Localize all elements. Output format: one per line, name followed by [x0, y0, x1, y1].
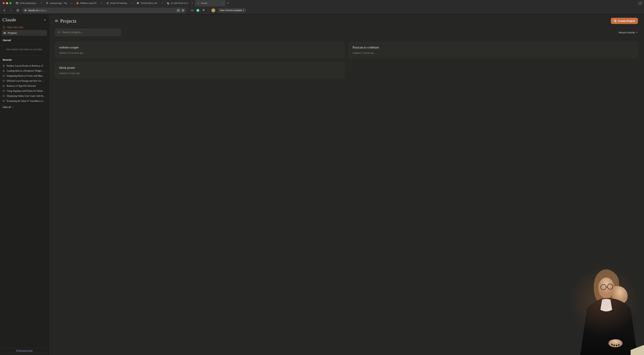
claude-icon	[76, 2, 79, 4]
create-button-label: Create Project	[618, 19, 635, 22]
chat-icon	[3, 75, 5, 77]
tab-figma[interactable]: paracast-app – Fig ×	[44, 0, 74, 6]
remix-icon: R	[136, 2, 139, 4]
close-icon[interactable]: ×	[161, 2, 163, 4]
extensions-menu-icon[interactable]	[202, 9, 205, 12]
tab-github[interactable]: remix-practical-gu ×	[14, 0, 44, 6]
svg-point-4	[46, 3, 47, 4]
starred-empty-text: Star projects and chats you use often	[6, 48, 42, 51]
svg-point-10	[26, 10, 26, 10]
project-card[interactable]: website scraper Updated 19 seconds ago	[55, 42, 344, 58]
create-project-button[interactable]: Create Project	[611, 18, 638, 24]
chat-icon	[3, 95, 5, 97]
site-settings-icon[interactable]	[24, 9, 27, 12]
plus-circle-icon	[614, 19, 616, 22]
svg-point-11	[25, 10, 25, 11]
svg-point-17	[5, 32, 6, 33]
install-app-icon[interactable]	[177, 9, 180, 12]
tab-title: Pathless Layout R	[80, 2, 100, 4]
svg-point-22	[598, 278, 614, 298]
svg-point-25	[608, 339, 622, 347]
bookmark-icon[interactable]	[182, 9, 184, 12]
tab-x[interactable]: (1) John Rush on X ×	[165, 0, 195, 6]
recents-list: Pathless Layout Routes in Remix.js v2 Lo…	[2, 63, 47, 103]
window-maximize[interactable]	[10, 2, 12, 4]
url-text: claude.ai/projects	[28, 9, 46, 12]
svg-point-18	[55, 20, 56, 21]
window-minimize[interactable]	[6, 2, 8, 4]
tab-claude[interactable]: Claude ×	[195, 0, 226, 6]
back-button[interactable]	[2, 8, 7, 13]
chat-sparkle-icon	[3, 26, 5, 29]
browser-tab-strip: remix-practical-gu × paracast-app – Fig …	[0, 0, 644, 6]
close-icon[interactable]: ×	[222, 2, 224, 4]
svg-point-19	[57, 20, 58, 21]
globe-icon	[106, 2, 109, 4]
close-icon[interactable]: ×	[101, 2, 103, 4]
recent-item[interactable]: Pathless Layout Routes in Remix.js v2	[2, 63, 47, 68]
search-input[interactable]	[62, 31, 118, 34]
profile-avatar[interactable]	[211, 8, 215, 12]
extensions: | New Chrome available	[190, 8, 246, 12]
projects-icon	[55, 19, 58, 23]
svg-point-13	[191, 10, 192, 11]
figma-icon	[46, 2, 49, 4]
project-card[interactable]: tiktok poster Updated 25 days ago	[55, 62, 344, 78]
sort-dropdown[interactable]: Recent activity	[618, 31, 638, 34]
presenter-silhouette	[564, 265, 644, 355]
svg-point-27	[614, 345, 615, 346]
recent-item[interactable]: Displaying Online User Count with Re...	[2, 94, 47, 98]
recent-label: Integrating Remix.js Forms with Man...	[7, 75, 44, 77]
recent-item[interactable]: Remix.js v2 App File Structure	[2, 84, 47, 88]
tab-route-file[interactable]: Route File Naming ×	[105, 0, 135, 6]
page-title: Projects	[55, 18, 76, 24]
window-close[interactable]	[3, 2, 5, 4]
close-icon[interactable]: ×	[40, 2, 42, 4]
search-projects[interactable]	[55, 29, 121, 36]
project-card[interactable]: Paracast.io codebase Updated 1 minute ag…	[348, 42, 638, 58]
svg-point-2	[46, 3, 47, 3]
tab-title: Tutorial (30m) | Re	[140, 2, 160, 4]
close-icon[interactable]: ×	[70, 2, 72, 4]
chrome-update-button[interactable]: New Chrome available	[218, 8, 246, 12]
section-recents-label: Recents	[2, 55, 47, 63]
recent-item[interactable]: Efficient Local Storage and Sync for ...	[2, 79, 47, 83]
main-content: Projects Create Project Recent activity	[49, 14, 644, 355]
extension-1-icon[interactable]	[190, 9, 194, 12]
sidebar: Claude Start new chat Projects Starred S…	[0, 14, 49, 355]
tab-title: remix-practical-gu	[20, 2, 39, 4]
view-all-link[interactable]: View all →	[2, 103, 47, 111]
reload-button[interactable]	[16, 8, 20, 13]
project-meta: Updated 19 seconds ago	[59, 52, 340, 54]
close-icon[interactable]: ×	[191, 2, 193, 4]
collapse-sidebar-button[interactable]	[43, 18, 46, 21]
sidebar-item-projects[interactable]: Projects	[2, 30, 47, 36]
sidebar-item-label: Projects	[8, 31, 17, 34]
plan-badge[interactable]: Professional plan	[2, 348, 47, 353]
chat-icon	[3, 100, 5, 102]
svg-point-24	[608, 284, 613, 289]
chat-icon	[3, 80, 5, 82]
separator: |	[208, 9, 209, 12]
brand-logo[interactable]: Claude	[2, 17, 16, 22]
tab-tutorial[interactable]: R Tutorial (30m) | Re ×	[135, 0, 165, 6]
forward-button[interactable]	[9, 8, 14, 13]
presenter-overlay	[564, 265, 644, 355]
new-tab-button[interactable]: +	[226, 0, 230, 6]
window-expand-button[interactable]	[638, 1, 643, 5]
svg-point-5	[76, 2, 78, 4]
grammarly-icon[interactable]	[196, 9, 200, 12]
recent-label: Using Supabase and Prisma for Datab...	[7, 90, 44, 92]
close-icon[interactable]: ×	[131, 2, 133, 4]
tab-claude-pathless[interactable]: Pathless Layout R ×	[74, 0, 105, 6]
svg-point-16	[4, 32, 4, 33]
recent-item[interactable]: Using Supabase and Prisma for Datab...	[2, 89, 47, 93]
recent-item[interactable]: Integrating Remix.js Forms with Man...	[2, 74, 47, 78]
svg-point-9	[25, 9, 25, 10]
recent-item[interactable]: Loading Data in a Dropdown Widget ...	[2, 68, 47, 73]
recent-item[interactable]: Evaluating the Value of "easyinbox.co...	[2, 99, 47, 103]
start-new-chat[interactable]: Start new chat	[2, 24, 47, 30]
project-title: tiktok poster	[59, 66, 340, 69]
url-bar[interactable]: claude.ai/projects	[22, 8, 186, 13]
recent-label: Efficient Local Storage and Sync for ...	[7, 80, 44, 82]
